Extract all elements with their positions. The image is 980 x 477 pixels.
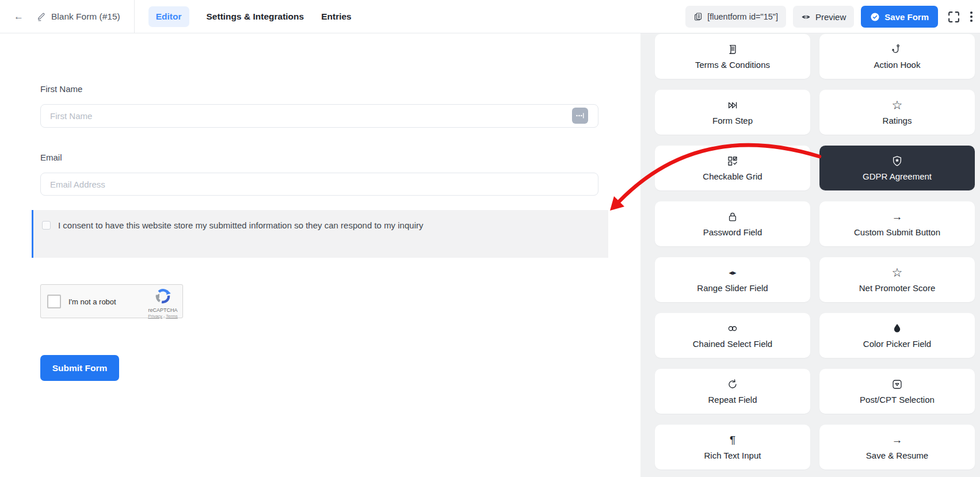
tab-entries[interactable]: Entries — [321, 12, 352, 22]
arrow-right-icon: → — [892, 434, 903, 447]
field-item-checkable-grid[interactable]: Checkable Grid — [655, 146, 810, 190]
tab-settings-integrations[interactable]: Settings & Integrations — [207, 12, 304, 22]
gdpr-agreement-field[interactable]: I consent to have this website store my … — [32, 210, 608, 258]
gdpr-consent-text: I consent to have this website store my … — [58, 220, 423, 231]
check-circle-icon — [870, 12, 880, 22]
edit-title-button[interactable] — [36, 12, 46, 21]
field-item-repeat-field[interactable]: Repeat Field — [655, 369, 810, 414]
pencil-edit-icon — [36, 12, 46, 21]
shortcode-copy-button[interactable]: [fluentform id="15"] — [685, 6, 786, 28]
pilcrow-icon: ¶ — [730, 434, 735, 447]
post-select-icon — [891, 379, 903, 390]
submit-form-button[interactable]: Submit Form — [40, 355, 119, 381]
shortcode-text: [fluentform id="15"] — [707, 12, 778, 21]
fullscreen-button[interactable] — [947, 10, 960, 24]
fullscreen-icon — [947, 10, 960, 24]
eye-preview-icon — [801, 12, 811, 22]
field-palette-grid: Terms & Conditions Action Hook Form Step… — [655, 34, 975, 470]
first-name-input[interactable] — [40, 104, 598, 128]
save-form-button[interactable]: Save Form — [861, 6, 938, 28]
copy-shortcode-icon — [693, 12, 703, 21]
top-bar-left: ← Blank Form (#15) Editor Settings & Int… — [0, 0, 352, 33]
field-item-label: Password Field — [703, 227, 762, 237]
save-form-label: Save Form — [884, 12, 929, 22]
droplet-icon — [891, 323, 903, 334]
recaptcha-logo-icon — [154, 288, 171, 305]
form-step-icon — [727, 100, 738, 111]
field-item-label: Color Picker Field — [863, 339, 931, 349]
top-bar: ← Blank Form (#15) Editor Settings & Int… — [0, 0, 980, 33]
field-item-label: Post/CPT Selection — [860, 395, 935, 405]
field-item-label: Repeat Field — [708, 395, 757, 405]
input-customization-button[interactable] — [572, 108, 588, 124]
field-item-label: Save & Resume — [866, 451, 928, 460]
action-hook-icon — [891, 44, 903, 55]
form-title: Blank Form (#15) — [51, 12, 120, 22]
fluent-forms-editor: ← Blank Form (#15) Editor Settings & Int… — [0, 0, 980, 477]
padlock-icon — [727, 211, 738, 223]
range-slider-icon: ◂▸ — [729, 266, 736, 279]
field-item-range-slider-field[interactable]: ◂▸ Range Slider Field — [655, 257, 810, 302]
field-item-password-field[interactable]: Password Field — [655, 201, 810, 246]
first-name-label: First Name — [40, 84, 82, 94]
field-item-gdpr-agreement[interactable]: GDPR Agreement — [819, 146, 975, 190]
field-item-color-picker-field[interactable]: Color Picker Field — [819, 313, 975, 358]
field-item-ratings[interactable]: ☆ Ratings — [819, 90, 975, 135]
recaptcha-brand-name: reCAPTCHA — [148, 307, 178, 313]
email-input[interactable] — [40, 173, 598, 196]
field-palette-sidebar: Terms & Conditions Action Hook Form Step… — [640, 33, 980, 477]
back-button[interactable]: ← — [14, 12, 24, 21]
terms-scroll-icon — [727, 44, 738, 55]
field-item-label: Custom Submit Button — [854, 227, 940, 237]
repeat-circular-arrow-icon — [727, 379, 738, 390]
recaptcha-links: Privacy - Terms — [148, 314, 178, 319]
recaptcha-widget: I'm not a robot reCAPTCHA Privacy - Term… — [40, 284, 183, 318]
field-item-form-step[interactable]: Form Step — [655, 90, 810, 135]
field-item-net-promoter-score[interactable]: ☆ Net Promoter Score — [819, 257, 975, 302]
field-item-label: Terms & Conditions — [695, 60, 770, 70]
top-bar-actions: [fluentform id="15"] Preview Save Form — [685, 6, 973, 28]
editor-tabs: Editor Settings & Integrations Entries — [148, 6, 352, 27]
field-item-label: Checkable Grid — [703, 171, 762, 181]
checkable-grid-icon — [727, 155, 738, 167]
kebab-menu-icon — [970, 10, 973, 23]
preview-label: Preview — [815, 12, 846, 22]
field-item-action-hook[interactable]: Action Hook — [819, 34, 975, 79]
top-bar-divider — [134, 0, 135, 33]
field-item-label: Range Slider Field — [697, 283, 768, 293]
field-item-label: Action Hook — [874, 60, 921, 70]
field-item-label: Ratings — [883, 116, 912, 125]
field-item-label: Rich Text Input — [704, 451, 761, 460]
recaptcha-privacy-link[interactable]: Privacy — [148, 314, 162, 319]
field-item-save-resume[interactable]: → Save & Resume — [819, 425, 975, 470]
email-label: Email — [40, 152, 62, 162]
field-item-terms-conditions[interactable]: Terms & Conditions — [655, 34, 810, 79]
ellipsis-cursor-icon — [574, 109, 586, 122]
recaptcha-label: I'm not a robot — [68, 297, 116, 306]
field-item-label: Form Step — [712, 116, 753, 125]
recaptcha-brand: reCAPTCHA Privacy - Terms — [148, 288, 178, 319]
gdpr-consent-checkbox[interactable] — [42, 221, 51, 230]
chain-link-icon — [727, 323, 738, 334]
gdpr-consent-row: I consent to have this website store my … — [42, 220, 423, 231]
field-item-custom-submit-button[interactable]: → Custom Submit Button — [819, 201, 975, 246]
star-icon: ☆ — [892, 99, 903, 112]
gdpr-shield-icon — [891, 155, 903, 167]
field-item-label: GDPR Agreement — [863, 171, 932, 181]
more-options-button[interactable] — [970, 10, 973, 23]
preview-button[interactable]: Preview — [793, 6, 854, 28]
star-icon: ☆ — [892, 266, 903, 279]
tab-editor[interactable]: Editor — [148, 6, 189, 27]
recaptcha-checkbox[interactable] — [47, 295, 61, 308]
field-item-rich-text-input[interactable]: ¶ Rich Text Input — [655, 425, 810, 470]
field-item-label: Chained Select Field — [693, 339, 772, 349]
field-item-post-cpt-selection[interactable]: Post/CPT Selection — [819, 369, 975, 414]
field-item-label: Net Promoter Score — [859, 283, 936, 293]
arrow-right-icon: → — [892, 211, 903, 223]
recaptcha-terms-link[interactable]: Terms — [166, 314, 177, 319]
field-item-chained-select-field[interactable]: Chained Select Field — [655, 313, 810, 358]
